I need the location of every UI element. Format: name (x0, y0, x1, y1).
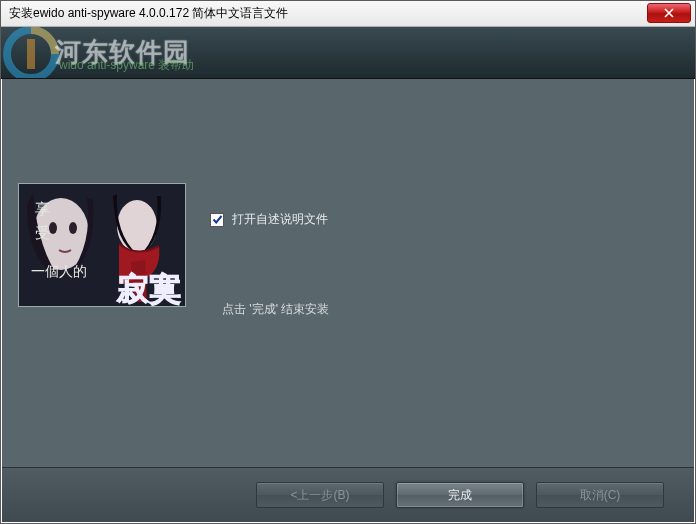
svg-point-5 (69, 222, 77, 234)
header-banner: 河东软件园 wido anti-spyware 装帮助 (1, 27, 695, 79)
back-button: <上一步(B) (256, 482, 384, 508)
close-icon (664, 4, 674, 22)
installer-body: 享 受 一個人的 寂寞 打开自述说明文件 点击 '完成' 结束安装 (2, 79, 694, 467)
header-subtext: wido anti-spyware 装帮助 (59, 57, 194, 74)
readme-checkbox-row: 打开自述说明文件 (210, 211, 328, 228)
finish-button-label: 完成 (448, 487, 472, 504)
svg-text:寂寞: 寂寞 (116, 271, 181, 307)
promo-image: 享 受 一個人的 寂寞 (18, 183, 186, 307)
window-title: 安装ewido anti-spyware 4.0.0.172 简体中文语言文件 (9, 5, 288, 22)
footer-button-bar: <上一步(B) 完成 取消(C) (2, 467, 694, 522)
readme-checkbox-label: 打开自述说明文件 (232, 211, 328, 228)
close-button[interactable] (647, 3, 691, 23)
titlebar: 安装ewido anti-spyware 4.0.0.172 简体中文语言文件 (1, 1, 695, 27)
cancel-button-label: 取消(C) (580, 487, 621, 504)
svg-text:享: 享 (35, 201, 50, 217)
installer-window: 安装ewido anti-spyware 4.0.0.172 简体中文语言文件 … (0, 0, 696, 524)
svg-rect-1 (27, 39, 35, 69)
check-icon (212, 211, 223, 229)
svg-text:受: 受 (35, 225, 50, 241)
back-button-label: <上一步(B) (290, 487, 349, 504)
readme-checkbox[interactable] (210, 213, 224, 227)
finish-button[interactable]: 完成 (396, 482, 524, 508)
cancel-button: 取消(C) (536, 482, 664, 508)
finish-instruction: 点击 '完成' 结束安装 (222, 301, 329, 318)
svg-text:一個人的: 一個人的 (31, 264, 87, 279)
svg-point-4 (49, 222, 57, 234)
